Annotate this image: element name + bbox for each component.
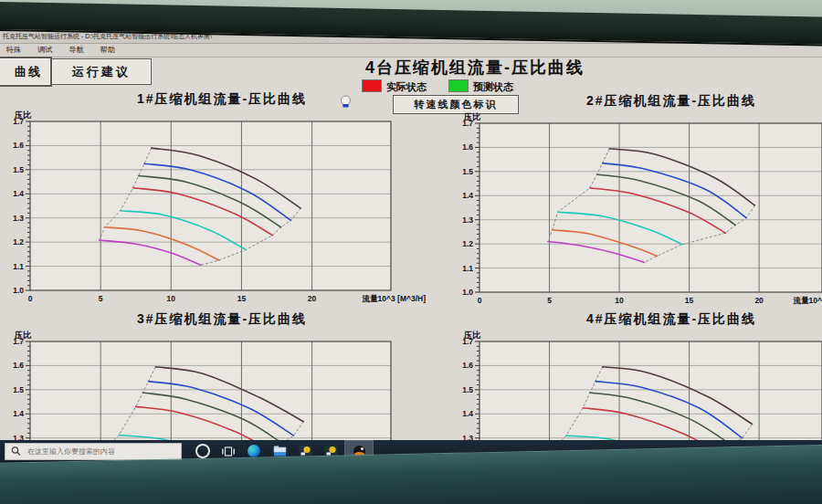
svg-text:1.6: 1.6 [13, 361, 24, 370]
svg-text:5: 5 [99, 294, 103, 303]
actual-status-swatch [362, 79, 382, 92]
svg-text:1.5: 1.5 [13, 165, 24, 174]
svg-text:流量10^3 [M^3/H]: 流量10^3 [M^3/H] [793, 296, 822, 305]
menu-item-special[interactable]: 特殊 [6, 44, 21, 57]
svg-text:1.4: 1.4 [13, 409, 24, 418]
svg-text:1.6: 1.6 [462, 361, 473, 370]
svg-text:1.6: 1.6 [13, 141, 24, 150]
svg-text:20: 20 [308, 294, 317, 303]
svg-text:0: 0 [28, 294, 33, 303]
svg-text:1.2: 1.2 [13, 237, 24, 247]
predicted-status-swatch [448, 79, 469, 92]
y-axis-label: 压比 [464, 111, 480, 123]
page-title: 4台压缩机组流量-压比曲线 [292, 57, 658, 79]
svg-text:20: 20 [754, 296, 764, 305]
chart-panel-unit2: 2#压缩机组流量-压比曲线 压比 1.01.11.21.31.41.51.61.… [457, 93, 822, 311]
svg-text:1.0: 1.0 [13, 286, 24, 295]
search-input[interactable] [26, 446, 175, 457]
svg-text:1.5: 1.5 [462, 385, 473, 394]
svg-text:1.2: 1.2 [462, 239, 473, 248]
chart-title-unit1: 1#压缩机组流量-压比曲线 [7, 91, 437, 110]
menu-item-nav[interactable]: 导航 [68, 44, 83, 57]
y-axis-label: 压比 [15, 110, 31, 121]
chart-title-unit2: 2#压缩机组流量-压比曲线 [457, 93, 822, 111]
svg-text:1.3: 1.3 [13, 214, 24, 223]
chart-title-unit3: 3#压缩机组流量-压比曲线 [7, 311, 437, 330]
y-axis-label: 压比 [15, 330, 31, 341]
svg-text:1.5: 1.5 [462, 167, 473, 176]
svg-text:1.6: 1.6 [462, 142, 473, 152]
svg-text:10: 10 [615, 296, 624, 305]
svg-text:流量10^3 [M^3/H]: 流量10^3 [M^3/H] [362, 294, 427, 303]
svg-text:15: 15 [685, 296, 694, 305]
chart-title-unit4: 4#压缩机组流量-压比曲线 [457, 311, 822, 330]
svg-text:5: 5 [547, 296, 552, 305]
flow-pressure-chart-unit1: 1.01.11.21.31.41.51.61.705101520流量10^3 [… [7, 110, 427, 306]
svg-text:1.1: 1.1 [13, 262, 24, 271]
svg-text:1.1: 1.1 [462, 264, 473, 273]
search-icon [10, 446, 23, 457]
svg-text:1.4: 1.4 [462, 191, 473, 200]
svg-text:0: 0 [478, 296, 482, 305]
curve-button[interactable]: 曲线 [0, 57, 52, 87]
svg-text:10: 10 [167, 294, 176, 303]
predicted-status-label: 预测状态 [473, 81, 513, 92]
svg-text:1.5: 1.5 [13, 385, 24, 394]
menu-item-help[interactable]: 帮助 [100, 44, 115, 57]
svg-text:1.4: 1.4 [462, 409, 473, 418]
taskbar-search-box[interactable] [5, 443, 182, 460]
y-axis-label: 压比 [464, 330, 480, 341]
svg-text:15: 15 [237, 294, 247, 303]
svg-text:1.0: 1.0 [462, 288, 473, 297]
svg-text:1.4: 1.4 [13, 189, 24, 198]
run-advice-button[interactable]: 运行建议 [51, 58, 152, 85]
menu-bar: 特殊 调试 导航 帮助 [0, 44, 822, 58]
app-window: 托克托压气站智能运行系统 - D:\托克托压气站智能运行系统\组态人机界面\ 特… [0, 29, 822, 462]
menu-item-debug[interactable]: 调试 [37, 44, 52, 57]
flow-pressure-chart-unit2: 1.01.11.21.31.41.51.61.705101520流量10^3 [… [457, 111, 822, 308]
svg-text:1.3: 1.3 [462, 215, 473, 225]
chart-panel-unit1: 1#压缩机组流量-压比曲线 压比 1.01.11.21.31.41.51.61.… [7, 91, 437, 310]
